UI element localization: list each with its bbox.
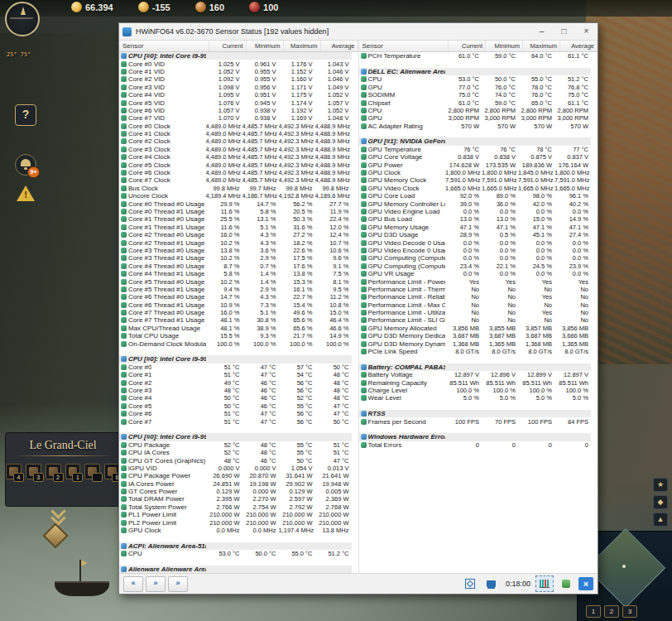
sensor-row[interactable]: PCH Temperature 61.0 °C 59.0 °C 64.0 °C … — [359, 52, 592, 60]
sensor-row[interactable]: Core #5 Thread #1 Usage 9.4 % 2.9 % 16.1… — [119, 286, 352, 293]
sensor-row[interactable]: Core #4 50 °C 46 °C 52 °C 48 °C — [119, 394, 352, 402]
sensor-row[interactable]: Battery Voltage 12.897 V 12.896 V 12.899… — [359, 371, 592, 378]
sensor-row[interactable]: Core #3 Thread #1 Usage 10.2 % 2.9 % 17.… — [119, 254, 352, 262]
page-nav-button[interactable]: » — [168, 576, 188, 592]
sensor-row[interactable]: Core #5 VID 1.076 V 0.945 V 1.174 V 1.05… — [119, 99, 352, 106]
sensor-row[interactable]: GPU 3,000 RPM 3,000 RPM 3,000 RPM 3,000 … — [359, 114, 592, 122]
col-maximum[interactable]: Maximum — [523, 41, 560, 51]
sensor-row[interactable]: GPU Video Clock 1,665.0 MHz 1,665.0 MHz … — [359, 185, 592, 192]
minimap-layer-button[interactable]: 2 — [604, 605, 619, 618]
logging-button[interactable] — [557, 575, 575, 592]
sensor-row[interactable]: Core #3 48 °C 46 °C 56 °C 48 °C — [119, 387, 352, 394]
sensor-row[interactable]: CPU 2,800 RPM 2,800 RPM 2,800 RPM 2,800 … — [359, 107, 592, 114]
sensor-row[interactable]: Core #1 Thread #0 Usage 25.5 % 13.1 % 50… — [119, 215, 352, 223]
map-quick-icon[interactable]: ◆ — [653, 495, 668, 509]
sensor-row[interactable]: Total DRAM Power 2.395 W 2.270 W 2.597 W… — [119, 495, 352, 503]
resource-item[interactable]: 66.394 — [71, 2, 113, 12]
sensor-row[interactable]: Core #3 Thread #0 Usage 13.8 % 3.6 % 22.… — [119, 247, 352, 254]
sensor-row[interactable]: Core #1 Clock 4,489.0 MHz 4,485.7 MHz 4,… — [119, 130, 352, 137]
maximize-button[interactable]: □ — [553, 23, 575, 40]
minimize-button[interactable]: – — [530, 23, 553, 40]
cargo-slot[interactable]: 1 — [65, 464, 81, 479]
sensor-row[interactable]: GT Cores Power 0.129 W 0.000 W 0.129 W 0… — [119, 488, 352, 495]
sensor-row[interactable]: PCIe Link Speed 8.0 GT/s 8.0 GT/s 8.0 GT… — [359, 348, 592, 355]
sensor-row[interactable]: On-Demand Clock Modulation 100.0 % 100.0… — [119, 339, 352, 347]
sensor-row[interactable]: CPU IA Cores 52 °C 48 °C 55 °C 51 °C — [119, 449, 352, 456]
col-average[interactable]: Average — [560, 41, 598, 51]
sensor-row[interactable]: Core #0 Thread #0 Usage 29.9 % 14.7 % 56… — [119, 200, 352, 207]
sensor-row[interactable]: Core #6 51 °C 47 °C 56 °C 47 °C — [119, 410, 352, 417]
sensor-row[interactable]: CPU [#0]: Intel Core i9-9900K... — [119, 433, 352, 440]
sensor-row[interactable]: Core #7 Clock 4,489.0 MHz 4,485.7 MHz 4,… — [119, 176, 352, 184]
col-minimum[interactable]: Minimum — [486, 41, 523, 51]
sensor-row[interactable]: Core #7 Thread #1 Usage 48.1 % 30.8 % 65… — [119, 316, 352, 324]
sensor-row[interactable]: GPU Memory Allocated 3,856 MB 3,855 MB 3… — [359, 325, 592, 332]
sensor-row[interactable]: Core #2 VID 1.092 V 0.955 V 1.160 V 1.04… — [119, 75, 352, 83]
fit-window-button[interactable] — [461, 575, 479, 592]
sensor-row[interactable]: Performance Limit - SLI GPU... No No No … — [359, 316, 592, 324]
sensor-row[interactable]: GPU Memory Controller Load 39.0 % 36.0 %… — [359, 200, 592, 207]
sensor-row[interactable]: GPU Video Decode 0 Usage 0.0 % 0.0 % 0.0… — [359, 238, 592, 246]
sensor-row[interactable]: CPU 53.0 °C 50.0 °C 55.0 °C 51.2 °C — [359, 75, 592, 83]
sensor-row[interactable]: Core #7 51 °C 47 °C 56 °C 50 °C — [119, 417, 352, 425]
minimap-layer-button[interactable]: 1 — [586, 605, 601, 618]
notifications-button[interactable]: 9+ — [15, 154, 36, 176]
sensor-row[interactable]: GPU VR Usage 0.0 % 0.0 % 0.0 % 0.0 % — [359, 270, 592, 277]
sensor-row[interactable]: Max CPU/Thread Usage 48.1 % 38.9 % 65.6 … — [119, 325, 352, 332]
sensor-row[interactable]: Core #2 49 °C 46 °C 56 °C 48 °C — [119, 378, 352, 386]
sensor-row[interactable]: RTSS — [359, 410, 592, 417]
sensor-row[interactable]: Core #0 VID 1.025 V 0.961 V 1.176 V 1.04… — [119, 60, 352, 67]
sensor-row[interactable]: CPU [#0]: Intel Core i9-9900K... — [119, 355, 352, 363]
page-nav-button[interactable]: » — [146, 576, 166, 592]
resource-item[interactable]: 100 — [249, 2, 278, 12]
sensor-row[interactable]: Performance Limit - Utilization No No Ye… — [359, 309, 592, 316]
sensor-row[interactable]: GPU Memory Usage 47.1 % 47.1 % 47.1 % 47… — [359, 224, 592, 231]
sensor-row[interactable]: Core #0 Clock 4,489.0 MHz 4,485.7 MHz 4,… — [119, 123, 352, 130]
minimap-layer-button[interactable]: 3 — [622, 605, 637, 618]
sensor-row[interactable]: GPU Core Voltage 0.838 V 0.838 V 0.875 V… — [359, 153, 592, 161]
col-average[interactable]: Average — [321, 41, 358, 51]
sensors-close-button[interactable]: × — [578, 577, 593, 590]
sensor-row[interactable]: PL1 Power Limit 210.000 W 210.000 W 210.… — [119, 511, 352, 518]
col-maximum[interactable]: Maximum — [284, 41, 321, 51]
sensor-row[interactable]: Core #7 Thread #0 Usage 16.0 % 5.1 % 49.… — [119, 309, 352, 316]
sensor-row[interactable]: CPU 53.0 °C 50.0 °C 55.0 °C 51.2 °C — [119, 550, 352, 557]
sensor-row[interactable]: GPU Clock 0.0 MHz 0.0 MHz 1,197.4 MHz 13… — [119, 527, 352, 534]
sensor-row[interactable]: Core #1 51 °C 47 °C 54 °C 48 °C — [119, 371, 352, 378]
cargo-slot[interactable]: 3 — [26, 464, 41, 479]
sensor-row[interactable]: Core #6 Thread #0 Usage 14.7 % 4.3 % 22.… — [119, 293, 352, 301]
sensor-row[interactable]: PL2 Power Limit 210.000 W 210.000 W 210.… — [119, 518, 352, 526]
resource-item[interactable]: 160 — [195, 2, 224, 12]
sensor-row[interactable]: AC Adapter Rating 570 W 570 W 570 W 570 … — [359, 123, 592, 130]
osd-button[interactable] — [482, 575, 501, 592]
col-sensor[interactable]: Sensor — [119, 41, 209, 51]
sensor-row[interactable]: Total CPU Usage 15.5 % 9.3 % 21.7 % 14.9… — [119, 332, 352, 339]
map-quick-icon[interactable]: ★ — [653, 478, 668, 492]
sensor-row[interactable]: Performance Limit - Max Operat... No No … — [359, 301, 592, 309]
sensor-row[interactable]: GPU Memory Clock 7,591.0 MHz 7,591.0 MHz… — [359, 176, 592, 184]
sensor-row[interactable]: Bus Clock 99.8 MHz 99.7 MHz 99.8 MHz 99.… — [119, 185, 352, 192]
help-button[interactable]: ? — [15, 104, 36, 126]
close-button[interactable]: × — [575, 23, 598, 40]
sensor-row[interactable]: Core #5 Clock 4,489.0 MHz 4,485.7 MHz 4,… — [119, 161, 352, 168]
sensor-row[interactable]: GPU Core Load 92.0 % 89.0 % 98.0 % 96.1 … — [359, 192, 592, 200]
sensor-row[interactable]: Core #1 Thread #1 Usage 11.6 % 5.1 % 31.… — [119, 224, 352, 231]
sensor-row[interactable]: CPU Package 52 °C 48 °C 55 °C 51 °C — [119, 441, 352, 449]
sensor-row[interactable]: CPU GT Cores (Graphics) 48 °C 46 °C 50 °… — [119, 456, 352, 464]
page-nav-button[interactable]: « — [123, 576, 143, 592]
map-quick-icon[interactable]: ▲ — [653, 513, 668, 527]
cargo-slot[interactable]: 4 — [6, 464, 22, 479]
sensor-row[interactable]: DELL EC: Alienware Area-51m — [359, 68, 592, 75]
sensor-row[interactable]: Core #5 Thread #0 Usage 10.2 % 1.4 % 15.… — [119, 277, 352, 285]
ship-panel[interactable]: Le Grand-Ciel 4 3 2 1 6 — [5, 432, 121, 507]
sensor-row[interactable]: Battery: COMPAL PABAS024... — [359, 363, 592, 371]
sensor-row[interactable]: Performance Limit - Thermal No No No No — [359, 286, 592, 293]
sensor-row[interactable]: Core #3 VID 1.098 V 0.956 V 1.171 V 1.04… — [119, 84, 352, 91]
sensor-row[interactable]: Core #2 Clock 4,489.0 MHz 4,485.7 MHz 4,… — [119, 137, 352, 145]
sensor-row[interactable]: GPU D3D Usage 28.9 % 0.5 % 45.1 % 27.4 % — [359, 231, 592, 238]
sensor-row[interactable]: IA Cores Power 24.851 W 19.198 W 29.902 … — [119, 479, 352, 487]
sensor-row[interactable]: Core #0 51 °C 47 °C 57 °C 50 °C — [119, 363, 352, 371]
sensor-row[interactable]: GPU 77.0 °C 76.0 °C 78.0 °C 76.8 °C — [359, 84, 592, 91]
column-headers[interactable]: Sensor Current Minimum Maximum Average — [359, 41, 598, 52]
sensor-row[interactable]: Core #6 VID 1.057 V 0.938 V 1.192 V 1.05… — [119, 107, 352, 114]
